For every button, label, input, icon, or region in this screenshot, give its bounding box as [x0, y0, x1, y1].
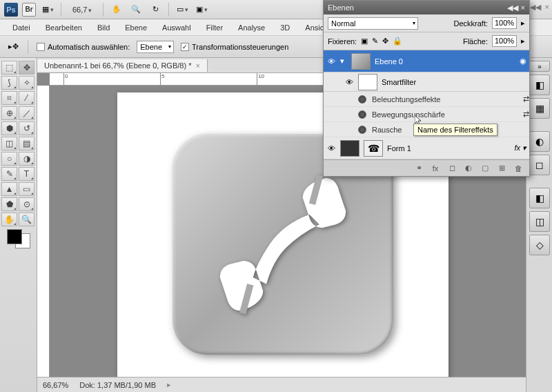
eyedropper-tool[interactable]: ⁄ [19, 91, 34, 105]
transform-controls-check[interactable]: ✓ Transformationssteuerungen [181, 43, 288, 51]
3d-tool[interactable]: ⬟ [1, 197, 17, 211]
visibility-icon[interactable] [358, 95, 366, 104]
visibility-icon[interactable] [358, 126, 366, 134]
swatches-pod-icon[interactable]: ▦ [529, 98, 550, 119]
screen-mode-icon[interactable]: ▣ [194, 3, 209, 17]
channels-pod-icon[interactable]: ◫ [529, 211, 550, 232]
new-layer-icon[interactable]: ⊞ [496, 163, 507, 174]
menu-auswahl[interactable]: Auswahl [155, 21, 198, 35]
adjustments-pod-icon[interactable]: ◐ [529, 131, 550, 152]
visibility-icon[interactable]: 👁 [344, 77, 354, 87]
paths-pod-icon[interactable]: ◇ [529, 235, 550, 255]
visibility-icon[interactable] [358, 110, 366, 119]
path-select-tool[interactable]: ▲ [1, 182, 17, 196]
menu-datei[interactable]: Datei [6, 21, 37, 35]
hand-tool[interactable]: ✋ [1, 213, 17, 226]
stamp-tool[interactable]: ⬢ [1, 121, 17, 135]
menu-bild[interactable]: Bild [90, 21, 117, 35]
type-tool[interactable]: T [19, 167, 34, 181]
mask-icon[interactable]: ◻ [446, 163, 457, 174]
brush-tool[interactable]: ／ [19, 106, 34, 120]
close-tab-icon[interactable]: × [195, 61, 199, 70]
history-brush-tool[interactable]: ↺ [19, 121, 34, 135]
status-docsize[interactable]: Dok: 1,37 MB/1,90 MB [79, 381, 156, 389]
auto-select-check[interactable]: Automatisch auswählen: [37, 43, 130, 51]
arrange-icon[interactable]: ▭ [175, 3, 190, 17]
layer-thumbnail[interactable] [351, 53, 371, 70]
document-tab[interactable]: Unbenannt-1 bei 66,7% (Ebene 0, RGB/8) *… [37, 59, 208, 72]
layers-panel[interactable]: Ebenen ◀◀ × Normal Deckkraft: 100% ▸ Fix… [323, 0, 530, 177]
move-tool-indicator[interactable]: ▸✥ [7, 41, 19, 53]
minimize-button[interactable]: » [529, 61, 550, 72]
zoom-level[interactable]: 66,7 [67, 6, 97, 14]
fill-input[interactable]: 100% [492, 35, 517, 47]
zoom-icon[interactable]: 🔍 [128, 3, 144, 17]
hand-icon[interactable]: ✋ [109, 3, 124, 17]
effect-options-icon[interactable]: ⇄ [523, 110, 529, 119]
effect-options-icon[interactable]: ⇄ [523, 95, 529, 104]
phone-handset-icon [200, 161, 366, 327]
opacity-input[interactable]: 100% [492, 17, 517, 29]
wand-tool[interactable]: ✧ [19, 76, 34, 90]
workspace-collapse-icon[interactable]: ◀◀ [530, 3, 541, 12]
filter-thumbnail[interactable] [358, 74, 377, 90]
trash-icon[interactable]: 🗑 [513, 163, 524, 174]
mask-thumbnail[interactable]: ☎ [364, 140, 383, 157]
move-tool[interactable]: ✥ [19, 61, 34, 75]
status-zoom[interactable]: 66,67% [43, 381, 68, 389]
menu-3d[interactable]: 3D [273, 21, 297, 35]
layer-thumbnail[interactable] [340, 140, 359, 157]
group-icon[interactable]: ▢ [480, 163, 491, 174]
visibility-icon[interactable]: 👁 [326, 57, 336, 66]
auto-select-dropdown[interactable]: Ebene [137, 41, 174, 53]
lock-pixels-icon[interactable]: ✎ [372, 37, 378, 46]
lock-all-icon[interactable]: 🔒 [393, 37, 402, 46]
layer-row[interactable]: 👁 ▾ Ebene 0 ◉ [324, 50, 529, 72]
menu-ebene[interactable]: Ebene [118, 21, 154, 35]
link-layers-icon[interactable]: ⚭ [413, 163, 424, 174]
fx-badge[interactable]: fx ▾ [514, 144, 526, 153]
blend-mode-dropdown[interactable]: Normal [328, 17, 418, 30]
adjustment-icon[interactable]: ◐ [463, 163, 474, 174]
bridge-logo[interactable]: Br [22, 3, 36, 17]
color-pod-icon[interactable]: ◧ [529, 75, 550, 95]
lasso-tool[interactable]: ⟆ [1, 76, 17, 90]
layer-name[interactable]: Form 1 [387, 144, 411, 153]
layer-name[interactable]: Ebene 0 [375, 57, 403, 66]
lock-position-icon[interactable]: ✥ [382, 37, 388, 46]
color-swatches[interactable] [6, 229, 32, 248]
menu-bearbeiten[interactable]: Bearbeiten [39, 21, 89, 35]
eraser-tool[interactable]: ◫ [1, 137, 17, 150]
masks-pod-icon[interactable]: ◻ [529, 155, 550, 175]
shape-tool[interactable]: ▭ [19, 182, 34, 196]
rotate-icon[interactable]: ↻ [148, 3, 163, 17]
blur-tool[interactable]: ○ [1, 152, 17, 166]
photoshop-logo[interactable]: Ps [4, 3, 18, 17]
marquee-tool[interactable]: ⬚ [1, 61, 17, 75]
crop-tool[interactable]: ⌗ [1, 91, 17, 105]
foreground-color[interactable] [7, 229, 22, 244]
effect-row[interactable]: Beleuchtungseffekte ⇄ [324, 92, 529, 107]
panel-titlebar[interactable]: Ebenen ◀◀ × [324, 1, 529, 14]
layers-pod-icon[interactable]: ◧ [529, 188, 550, 208]
layer-row[interactable]: 👁 ☎ Form 1 fx ▾ [324, 137, 529, 159]
panel-collapse-icon[interactable]: ◀◀ [507, 3, 518, 12]
pen-tool[interactable]: ✎ [1, 167, 17, 181]
dodge-tool[interactable]: ◑ [19, 152, 34, 166]
panel-close-icon[interactable]: × [521, 3, 525, 12]
visibility-icon[interactable]: 👁 [326, 144, 336, 153]
heal-tool[interactable]: ⊕ [1, 106, 17, 120]
effect-row[interactable]: Bewegungsunschärfe ⇄ [324, 107, 529, 122]
fx-icon[interactable]: fx [430, 163, 441, 174]
workspace-close-icon[interactable]: × [545, 3, 549, 12]
lock-transparency-icon[interactable]: ▣ [361, 37, 368, 46]
3d-camera-tool[interactable]: ⊙ [19, 197, 34, 211]
gradient-tool[interactable]: ▤ [19, 137, 34, 150]
opacity-flyout-icon[interactable]: ▸ [521, 19, 525, 28]
menu-analyse[interactable]: Analyse [231, 21, 272, 35]
layer-row[interactable]: 👁 Smartfilter [324, 72, 529, 92]
zoom-tool[interactable]: 🔍 [19, 213, 34, 226]
fill-flyout-icon[interactable]: ▸ [521, 37, 525, 46]
film-icon[interactable]: ▦ [40, 3, 55, 17]
menu-filter[interactable]: Filter [199, 21, 230, 35]
